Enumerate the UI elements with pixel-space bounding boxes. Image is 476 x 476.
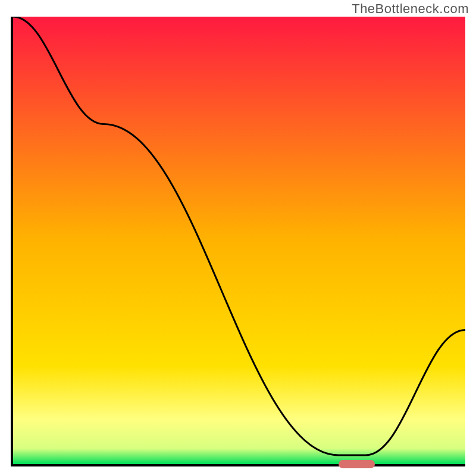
optimal-range-marker [339,460,375,468]
svg-rect-0 [13,17,465,464]
watermark-text: TheBottleneck.com [352,1,469,17]
plot-area [11,17,465,466]
chart-container: TheBottleneck.com [0,0,476,476]
background-gradient [13,17,465,464]
